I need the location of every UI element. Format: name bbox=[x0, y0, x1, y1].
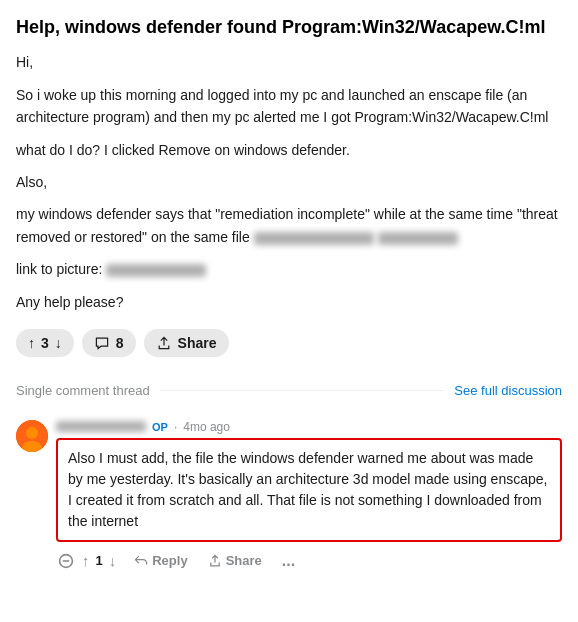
see-full-discussion-link[interactable]: See full discussion bbox=[454, 383, 562, 398]
comment-downvote-button[interactable] bbox=[56, 551, 76, 571]
share-button[interactable]: Share bbox=[144, 329, 229, 357]
vote-count: 3 bbox=[41, 335, 49, 351]
share-label: Share bbox=[178, 335, 217, 351]
body-action: what do I do? I clicked Remove on window… bbox=[16, 139, 562, 161]
blurred-filename-1 bbox=[254, 232, 374, 245]
avatar-icon bbox=[16, 420, 48, 452]
downvote-icon: ↓ bbox=[55, 335, 62, 351]
comment-button[interactable]: 8 bbox=[82, 329, 136, 357]
single-comment-thread-label: Single comment thread bbox=[16, 383, 150, 398]
post-body: Hi, So i woke up this morning and logged… bbox=[16, 51, 562, 313]
blurred-link bbox=[106, 264, 206, 277]
body-defender: my windows defender says that "remediati… bbox=[16, 203, 562, 248]
comment-upvote-arrow: ↑ bbox=[82, 552, 90, 569]
reply-button[interactable]: Reply bbox=[130, 551, 191, 570]
comment-upvote-button[interactable]: ↑ bbox=[80, 550, 92, 571]
comment-time: 4mo ago bbox=[183, 420, 230, 434]
body-hi: Hi, bbox=[16, 51, 562, 73]
comment-vote-count: 1 bbox=[96, 553, 103, 568]
reply-label: Reply bbox=[152, 553, 187, 568]
body-link: link to picture: bbox=[16, 258, 562, 280]
body-also: Also, bbox=[16, 171, 562, 193]
avatar bbox=[16, 420, 48, 452]
share-icon bbox=[156, 335, 172, 351]
body-help: Any help please? bbox=[16, 291, 562, 313]
blurred-filename-2 bbox=[378, 232, 458, 245]
comment-body: Also I must add, the file the windows de… bbox=[56, 438, 562, 542]
comment-author-blurred bbox=[56, 421, 146, 432]
comment-share-label: Share bbox=[226, 553, 262, 568]
comment-more-button[interactable]: ... bbox=[278, 550, 299, 572]
comment-share-button[interactable]: Share bbox=[204, 551, 266, 570]
comment-minus-icon bbox=[58, 553, 74, 569]
divider-line bbox=[160, 390, 445, 391]
more-dots: ... bbox=[282, 552, 295, 569]
comment-section: OP · 4mo ago Also I must add, the file t… bbox=[0, 408, 578, 592]
comment-share-icon bbox=[208, 554, 222, 568]
svg-point-1 bbox=[26, 427, 38, 439]
op-badge: OP bbox=[152, 421, 168, 433]
dot-separator: · bbox=[174, 420, 177, 434]
post-title: Help, windows defender found Program:Win… bbox=[16, 16, 562, 39]
reply-icon bbox=[134, 554, 148, 568]
comment-vote-group: ↑ 1 ↓ bbox=[56, 550, 118, 571]
comment-actions: ↑ 1 ↓ Reply bbox=[56, 550, 562, 572]
vote-button[interactable]: ↑ 3 ↓ bbox=[16, 329, 74, 357]
comment-content: OP · 4mo ago Also I must add, the file t… bbox=[56, 420, 562, 572]
comment-item: OP · 4mo ago Also I must add, the file t… bbox=[16, 420, 562, 572]
comment-downvote-arrow: ↓ bbox=[109, 552, 117, 569]
comment-meta: OP · 4mo ago bbox=[56, 420, 562, 434]
body-intro: So i woke up this morning and logged int… bbox=[16, 84, 562, 129]
comment-count: 8 bbox=[116, 335, 124, 351]
comment-icon bbox=[94, 335, 110, 351]
upvote-icon: ↑ bbox=[28, 335, 35, 351]
post-container: Help, windows defender found Program:Win… bbox=[0, 0, 578, 357]
comment-thread-divider: Single comment thread See full discussio… bbox=[0, 373, 578, 408]
post-actions: ↑ 3 ↓ 8 Share bbox=[16, 329, 562, 357]
comment-downvote-arrow-button[interactable]: ↓ bbox=[107, 550, 119, 571]
